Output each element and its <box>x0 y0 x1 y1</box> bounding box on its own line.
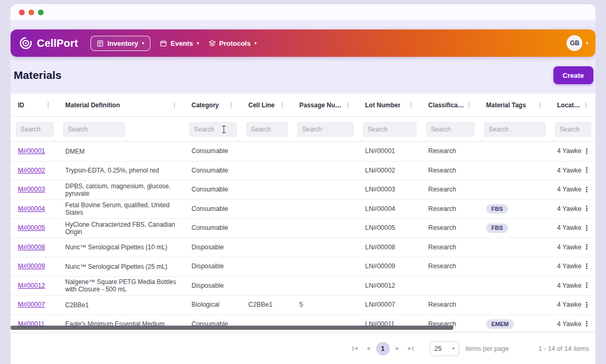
filter-input-id[interactable] <box>16 122 54 137</box>
cell-material-tags <box>479 296 550 315</box>
column-header-location-path[interactable]: Location Pa ⋮ <box>550 94 595 116</box>
material-id-link[interactable]: M#00008 <box>18 244 45 251</box>
table-row[interactable]: M#00001 DMEM Consumable LN#00001 Researc… <box>11 142 595 161</box>
nav-item-protocols[interactable]: Protocols ▾ <box>209 39 257 47</box>
row-menu-icon[interactable]: ⋮ <box>581 186 593 194</box>
nav-item-inventory[interactable]: Inventory ▾ <box>90 36 150 51</box>
page-range-label: 1 - 14 of 14 items <box>538 345 589 352</box>
column-header-material-tags[interactable]: Material Tags ⋮ <box>479 94 550 116</box>
table-body: M#00001 DMEM Consumable LN#00001 Researc… <box>11 142 595 332</box>
column-menu-icon[interactable]: ⋮ <box>581 101 590 109</box>
column-header-id[interactable]: ID ⋮ <box>11 94 58 116</box>
window-minimize-button[interactable] <box>28 9 34 15</box>
cell-lot-number: LN#00012 <box>358 277 421 296</box>
cell-material-tags <box>479 238 550 257</box>
filter-input-category[interactable] <box>189 122 237 137</box>
nav-item-events[interactable]: Events ▾ <box>160 39 199 47</box>
cell-material-definition: Trypsin-EDTA, 0.25%, phenol red <box>58 161 184 180</box>
filter-input-passage-number[interactable] <box>297 122 354 137</box>
material-id-link[interactable]: M#00004 <box>18 205 45 213</box>
table-row[interactable]: M#00009 Nunc™ Serological Pipettes (25 m… <box>11 257 595 277</box>
column-header-passage-number[interactable]: Passage Number ⋮ <box>292 94 358 116</box>
column-header-classification[interactable]: Classificati... ⋮ <box>421 94 479 116</box>
table-row[interactable]: M#00005 HyClone Characterized FBS, Canad… <box>11 219 595 238</box>
row-menu-icon[interactable]: ⋮ <box>581 147 593 156</box>
cell-classification: Research <box>421 161 479 180</box>
next-page-button[interactable]: ▶ <box>392 342 403 355</box>
cell-classification: Research <box>421 200 479 219</box>
pagination-bar: ◀ ◀ 1 ▶ ▶ 25 ▾ items per page 1 - 14 of … <box>11 332 595 364</box>
first-page-button[interactable]: ◀ <box>350 342 360 355</box>
cell-lot-number: LN#00001 <box>358 142 421 161</box>
row-menu-icon[interactable]: ⋮ <box>581 243 593 251</box>
table-row[interactable]: M#00008 Nunc™ Serological Pipettes (10 m… <box>11 238 595 258</box>
column-menu-icon[interactable]: ⋮ <box>170 101 179 109</box>
filter-input-cell-line[interactable] <box>246 122 288 137</box>
cell-classification: Research <box>421 296 479 315</box>
cell-location-path: 4 Yawkey W ⋮ <box>550 238 595 257</box>
column-menu-icon[interactable]: ⋮ <box>44 101 53 109</box>
column-menu-icon[interactable]: ⋮ <box>536 101 544 109</box>
page-number-current[interactable]: 1 <box>376 342 390 356</box>
filter-row <box>11 117 595 142</box>
page-size-select[interactable]: 25 ▾ <box>430 341 459 356</box>
cell-cell-line <box>241 277 292 296</box>
window-maximize-button[interactable] <box>38 9 44 15</box>
row-menu-icon[interactable]: ⋮ <box>581 281 593 290</box>
filter-input-lot-number[interactable] <box>363 122 417 137</box>
table-row[interactable]: M#00007 C2BBe1 Biological C2BBe1 5 LN#00… <box>11 296 595 315</box>
material-id-link[interactable]: M#00007 <box>18 301 45 309</box>
column-header-material-definition[interactable]: Material Definition ⋮ <box>58 94 184 116</box>
row-menu-icon[interactable]: ⋮ <box>581 224 593 232</box>
row-menu-icon[interactable]: ⋮ <box>581 205 593 213</box>
column-header-category[interactable]: Category ⋮ <box>184 94 241 116</box>
table-row[interactable]: M#00012 Nalgene™ Square PETG Media Bottl… <box>11 277 595 296</box>
page-header: Materials Create <box>11 57 595 94</box>
cell-id: M#00008 <box>11 238 58 257</box>
filter-input-material-tags[interactable] <box>484 122 546 137</box>
row-menu-icon[interactable]: ⋮ <box>581 262 593 271</box>
material-id-link[interactable]: M#00005 <box>18 224 45 232</box>
window-close-button[interactable] <box>19 9 25 15</box>
user-menu[interactable]: GB ▾ <box>567 35 588 51</box>
cell-classification: Research <box>421 180 479 199</box>
cell-cell-line <box>241 238 292 257</box>
cell-category: Disposable <box>184 257 241 276</box>
brand-name: CellPort <box>37 37 78 49</box>
column-menu-icon[interactable]: ⋮ <box>227 101 236 109</box>
user-avatar[interactable]: GB <box>567 35 582 51</box>
prev-page-button[interactable]: ◀ <box>363 342 373 355</box>
material-id-link[interactable]: M#00001 <box>18 147 45 155</box>
cell-id: M#00001 <box>11 142 58 161</box>
row-menu-icon[interactable]: ⋮ <box>581 166 593 175</box>
column-header-lot-number[interactable]: Lot Number ⋮ <box>358 94 421 116</box>
row-menu-icon[interactable]: ⋮ <box>581 320 593 328</box>
column-menu-icon[interactable]: ⋮ <box>407 101 416 109</box>
horizontal-scrollbar-thumb[interactable] <box>11 326 453 330</box>
filter-input-location-path[interactable] <box>555 122 591 137</box>
material-id-link[interactable]: M#00003 <box>18 186 45 194</box>
cell-category: Consumable <box>184 180 241 199</box>
column-menu-icon[interactable]: ⋮ <box>278 101 287 109</box>
last-page-button[interactable]: ▶ <box>406 342 416 355</box>
brand[interactable]: CellPort <box>19 36 78 50</box>
cell-material-tags <box>479 257 550 276</box>
table-row[interactable]: M#00004 Fetal Bovine Serum, qualified, U… <box>11 200 595 219</box>
column-menu-icon[interactable]: ⋮ <box>464 101 473 109</box>
table-row[interactable]: M#00003 DPBS, calcium, magnesium, glucos… <box>11 180 595 200</box>
material-id-link[interactable]: M#00002 <box>18 167 45 175</box>
cell-classification <box>421 277 479 296</box>
material-id-link[interactable]: M#00012 <box>18 282 45 290</box>
column-header-cell-line[interactable]: Cell Line ⋮ <box>241 94 292 116</box>
column-menu-icon[interactable]: ⋮ <box>344 101 352 109</box>
cell-id: M#00003 <box>11 180 58 199</box>
row-menu-icon[interactable]: ⋮ <box>581 301 593 309</box>
cell-passage-number <box>292 219 358 238</box>
filter-input-classification[interactable] <box>426 122 474 137</box>
cell-material-definition: C2BBe1 <box>58 296 184 315</box>
material-id-link[interactable]: M#00009 <box>18 262 45 270</box>
chevron-down-icon: ▾ <box>142 41 145 46</box>
filter-input-material-definition[interactable] <box>63 122 125 137</box>
table-row[interactable]: M#00002 Trypsin-EDTA, 0.25%, phenol red … <box>11 161 595 181</box>
create-button[interactable]: Create <box>553 66 593 84</box>
